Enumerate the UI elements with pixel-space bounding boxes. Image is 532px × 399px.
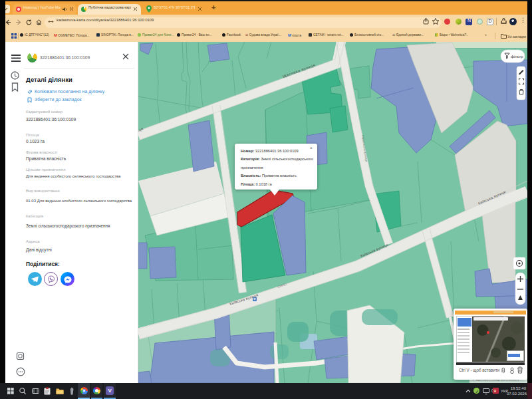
- svg-text:фільтр: фільтр: [511, 55, 523, 59]
